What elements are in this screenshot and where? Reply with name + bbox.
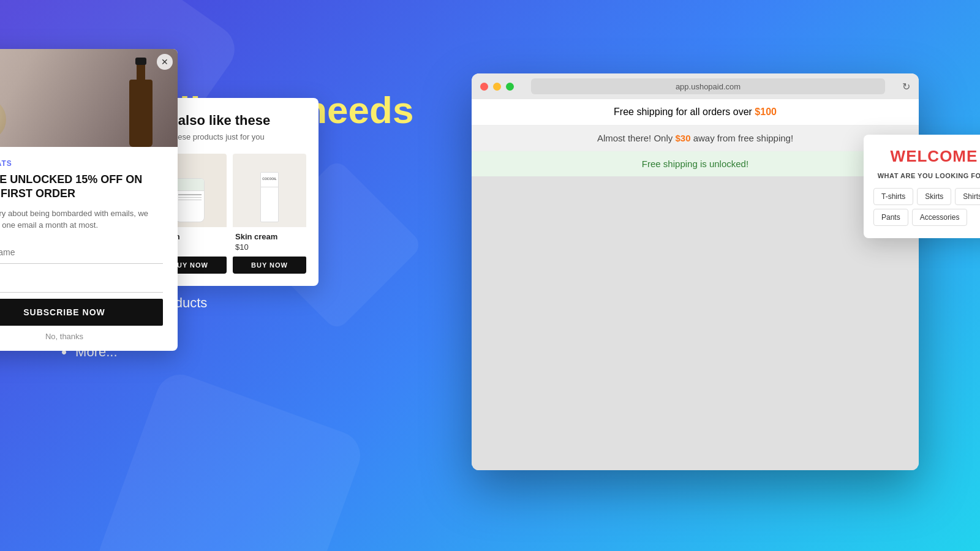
popup-congrats-label: CONGRATS <box>0 159 163 168</box>
browser-minimize-btn[interactable] <box>493 83 501 91</box>
free-shipping-unlocked-bar: Free shipping is unlocked! <box>472 151 919 176</box>
email-input[interactable] <box>0 270 163 293</box>
welcome-tag-skirts[interactable]: Skirts <box>917 188 951 205</box>
browser-content-area <box>472 176 919 470</box>
popup-body: CONGRATS YOU'VE UNLOCKED 15% OFF ON YOUR… <box>0 147 178 351</box>
buy-now-skincream[interactable]: BUY NOW <box>233 257 306 274</box>
no-thanks-link[interactable]: No, thanks <box>0 332 163 341</box>
popup-close-button[interactable]: ✕ <box>157 54 173 70</box>
welcome-title: WELCOME <box>873 147 980 166</box>
product-price-skincream: $10 <box>233 241 306 253</box>
welcome-popup: WELCOME WHAT ARE YOU LOOKING FOR? T-shir… <box>864 135 980 238</box>
product-card-skincream: COCOOIL Skin cream $10 BUY NOW <box>233 154 306 274</box>
browser-close-btn[interactable] <box>480 83 488 91</box>
bg-decoration-2 <box>92 368 368 551</box>
popup-headline: YOU'VE UNLOCKED 15% OFF ON YOUR FIRST OR… <box>0 173 163 201</box>
first-name-input[interactable] <box>0 241 163 264</box>
welcome-tag-shirts[interactable]: Shirts <box>955 188 980 205</box>
welcome-tag-accessories[interactable]: Accessories <box>912 209 968 226</box>
browser-window: app.ushopaid.com ↻ Free shipping for all… <box>472 73 919 470</box>
subscribe-button[interactable]: SUBSCRIBE NOW <box>0 299 163 326</box>
welcome-tag-tshirts[interactable]: T-shirts <box>873 188 913 205</box>
browser-refresh-icon[interactable]: ↻ <box>902 81 910 92</box>
announcement-bar: Free shipping for all orders over $100 <box>472 99 919 126</box>
browser-maximize-btn[interactable] <box>506 83 514 91</box>
browser-titlebar: app.ushopaid.com ↻ <box>472 73 919 99</box>
popup-product-image <box>0 49 178 147</box>
welcome-tag-pants[interactable]: Pants <box>873 209 908 226</box>
subscribe-popup: ✕ CONGRATS YOU'VE UNLOCKED 15% OFF ON YO… <box>0 49 178 351</box>
popup-description: Don't worry about being bombarded with e… <box>0 208 163 231</box>
welcome-tags-container: T-shirts Skirts Shirts Pants Accessories <box>873 188 980 226</box>
product-name-skincream: Skin cream <box>233 232 306 241</box>
browser-address-bar[interactable]: app.ushopaid.com <box>531 78 885 94</box>
product-image-skincream: COCOOIL <box>233 154 306 227</box>
progress-bar: Almost there! Only $30 away from free sh… <box>472 126 919 151</box>
welcome-subtitle: WHAT ARE YOU LOOKING FOR? <box>873 172 980 179</box>
